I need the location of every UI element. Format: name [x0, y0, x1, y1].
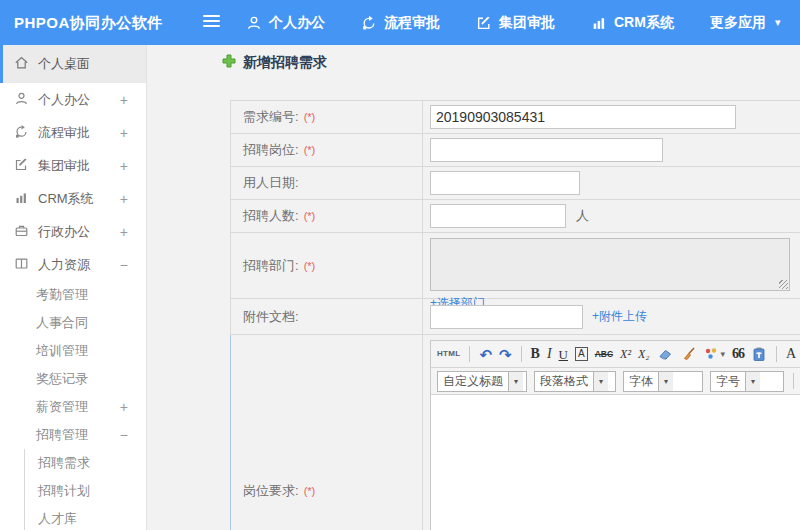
sidebar-item-group-approval[interactable]: 集团审批 +	[0, 149, 146, 182]
editor-toolbar-row2: 自定义标题 ▾ 段落格式 ▾ 字体 ▾ 字号 ▾	[431, 368, 800, 395]
undo-icon[interactable]: ↶	[479, 347, 492, 362]
sidebar-item-recruitment-request[interactable]: 招聘需求	[25, 449, 146, 477]
attachment-input[interactable]	[430, 305, 583, 329]
app-logo: PHPOA协同办公软件	[14, 0, 163, 45]
required-marker: (*)	[304, 210, 316, 222]
editor-content-area[interactable]	[431, 395, 800, 530]
required-marker: (*)	[304, 144, 316, 156]
form-row-hire-date: 用人日期:	[230, 167, 800, 200]
html-source-button[interactable]: HTML	[437, 350, 460, 358]
strikethrough-button[interactable]: ABC	[595, 350, 613, 359]
book-icon	[14, 256, 38, 274]
blockquote-button[interactable]: 66	[732, 347, 744, 361]
subscript-button[interactable]: X₂	[638, 348, 650, 360]
editor-toolbar-row1: HTML ↶ ↷ B I U A ABC X² X₂ ▾	[431, 341, 800, 368]
paste-text-icon[interactable]	[751, 346, 767, 362]
font-size-select[interactable]: 字号 ▾	[710, 371, 784, 392]
briefcase-icon	[14, 223, 38, 241]
sidebar-item-rewards-punishments[interactable]: 奖惩记录	[0, 365, 146, 393]
top-navigation: 个人办公 流程审批 集团审批 CRM系统 更多应用 ▾	[246, 0, 780, 45]
department-textarea[interactable]	[430, 238, 790, 291]
form-row-position: 招聘岗位: (*)	[230, 134, 800, 167]
topnav-group-approval[interactable]: 集团审批	[476, 14, 555, 32]
topnav-personal-office[interactable]: 个人办公	[246, 14, 325, 32]
bar-chart-icon	[14, 190, 38, 208]
edit-square-icon	[476, 15, 492, 31]
paragraph-format-select[interactable]: 段落格式 ▾	[534, 371, 616, 392]
expand-plus-icon[interactable]: +	[120, 125, 128, 141]
workflow-icon	[361, 15, 377, 31]
redo-icon[interactable]: ↷	[499, 347, 512, 362]
field-label: 岗位要求: (*)	[231, 335, 423, 530]
caret-down-icon: ▾	[593, 372, 608, 391]
caret-down-icon: ▾	[721, 350, 726, 359]
sidebar-item-salary[interactable]: 薪资管理 +	[0, 393, 146, 421]
topnav-more-apps[interactable]: 更多应用 ▾	[710, 14, 781, 32]
sidebar-item-personal-office[interactable]: 个人办公 +	[0, 83, 146, 116]
hire-date-input[interactable]	[430, 171, 580, 195]
sidebar: 个人桌面 个人办公 + 流程审批 + 集团审批 + CRM系统 + 行政办公 +…	[0, 45, 147, 530]
toolbar-separator	[521, 346, 522, 362]
sidebar-item-workflow-approval[interactable]: 流程审批 +	[0, 116, 146, 149]
form-row-job-requirements: 岗位要求: (*) HTML ↶ ↷ B I U A ABC	[230, 335, 800, 530]
sidebar-item-training[interactable]: 培训管理	[0, 337, 146, 365]
edit-square-icon	[14, 157, 38, 175]
upload-attachment-link[interactable]: +附件上传	[592, 308, 647, 325]
sidebar-item-crm-system[interactable]: CRM系统 +	[0, 182, 146, 215]
toolbar-separator	[469, 346, 470, 362]
required-marker: (*)	[304, 485, 316, 497]
custom-heading-select[interactable]: 自定义标题 ▾	[437, 371, 527, 392]
collapse-minus-icon[interactable]: −	[120, 427, 128, 443]
sidebar-item-recruitment-plan[interactable]: 招聘计划	[25, 477, 146, 505]
sidebar-item-personal-desktop[interactable]: 个人桌面	[0, 45, 146, 83]
field-label: 招聘部门: (*)	[231, 233, 423, 298]
expand-plus-icon[interactable]: +	[120, 224, 128, 240]
home-icon	[14, 55, 38, 73]
caret-down-icon: ▾	[745, 372, 760, 391]
color-palette-icon[interactable]: ▾	[703, 346, 726, 362]
sidebar-hr-submenu: 考勤管理 人事合同 培训管理 奖惩记录 薪资管理 + 招聘管理 −	[0, 281, 146, 449]
field-label: 招聘岗位: (*)	[231, 134, 423, 166]
recruitment-request-form: 需求编号: (*) 招聘岗位: (*) 用人日期:	[230, 100, 800, 530]
form-row-request-number: 需求编号: (*)	[230, 101, 800, 134]
request-number-input[interactable]	[430, 105, 736, 129]
form-row-attachment: 附件文档: +附件上传	[230, 299, 800, 335]
user-icon	[246, 15, 262, 31]
superscript-button[interactable]: X²	[620, 348, 631, 360]
collapse-minus-icon[interactable]: −	[120, 257, 128, 273]
topnav-crm-system[interactable]: CRM系统	[591, 14, 674, 32]
expand-plus-icon[interactable]: +	[120, 399, 128, 415]
sidebar-item-human-resources[interactable]: 人力资源 −	[0, 248, 146, 281]
sidebar-item-personnel-contract[interactable]: 人事合同	[0, 309, 146, 337]
expand-plus-icon[interactable]: +	[120, 92, 128, 108]
menu-toggle-icon[interactable]	[203, 15, 220, 30]
format-brush-icon[interactable]	[680, 346, 696, 362]
add-icon	[222, 54, 236, 72]
sidebar-recruitment-submenu: 招聘需求 招聘计划 人才库	[24, 449, 146, 530]
form-row-headcount: 招聘人数: (*) 人	[230, 200, 800, 233]
topnav-workflow-approval[interactable]: 流程审批	[361, 14, 440, 32]
field-label: 用人日期:	[231, 167, 423, 199]
expand-plus-icon[interactable]: +	[120, 158, 128, 174]
toolbar-separator	[793, 373, 794, 389]
caret-down-icon: ▾	[775, 16, 781, 29]
sidebar-item-admin-office[interactable]: 行政办公 +	[0, 215, 146, 248]
position-input[interactable]	[430, 138, 663, 162]
headcount-input[interactable]	[430, 204, 566, 228]
expand-plus-icon[interactable]: +	[120, 191, 128, 207]
bar-chart-icon	[591, 15, 607, 31]
char-border-button[interactable]: A	[575, 347, 588, 361]
sidebar-item-attendance[interactable]: 考勤管理	[0, 281, 146, 309]
form-row-department: 招聘部门: (*) +选择部门	[230, 233, 800, 299]
eraser-icon[interactable]	[657, 346, 673, 362]
sidebar-item-talent-pool[interactable]: 人才库	[25, 505, 146, 530]
sidebar-item-recruitment[interactable]: 招聘管理 −	[0, 421, 146, 449]
font-color-button[interactable]: A▾	[786, 347, 800, 361]
italic-button[interactable]: I	[547, 347, 552, 361]
field-label: 招聘人数: (*)	[231, 200, 423, 232]
field-label: 需求编号: (*)	[231, 101, 423, 133]
underline-button[interactable]: U	[559, 348, 568, 361]
bold-button[interactable]: B	[531, 347, 540, 361]
caret-down-icon: ▾	[658, 372, 673, 391]
font-family-select[interactable]: 字体 ▾	[623, 371, 703, 392]
